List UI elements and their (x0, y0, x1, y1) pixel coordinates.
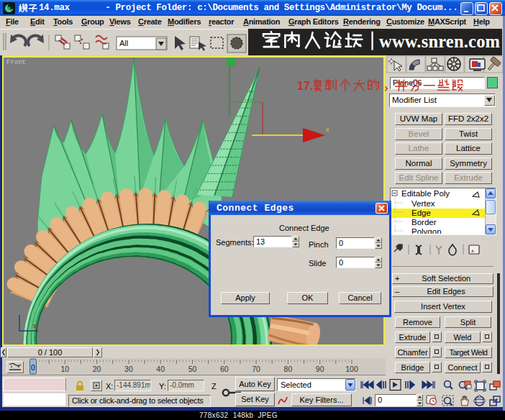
svg-text:50: 50 (188, 365, 197, 373)
svg-text:20: 20 (93, 365, 101, 373)
svg-text:Polygon: Polygon (411, 227, 442, 234)
svg-text:Border: Border (411, 218, 437, 227)
svg-text:70: 70 (252, 365, 260, 373)
svg-text:60: 60 (220, 365, 229, 373)
svg-text:Vertex: Vertex (411, 199, 435, 208)
svg-text:Edge: Edge (411, 209, 431, 217)
svg-text:100: 100 (345, 365, 358, 373)
svg-text:40: 40 (156, 365, 165, 373)
svg-text:x: x (33, 322, 37, 329)
svg-text:80: 80 (284, 365, 293, 373)
svg-text:30: 30 (124, 365, 133, 373)
svg-text:x: x (326, 126, 329, 133)
svg-text:10: 10 (60, 365, 69, 373)
svg-text:z: z (18, 308, 21, 314)
svg-text:90: 90 (316, 365, 324, 373)
svg-text:All: All (119, 39, 128, 47)
svg-text:0: 0 (31, 363, 35, 372)
svg-text:Editable Poly: Editable Poly (401, 189, 450, 198)
